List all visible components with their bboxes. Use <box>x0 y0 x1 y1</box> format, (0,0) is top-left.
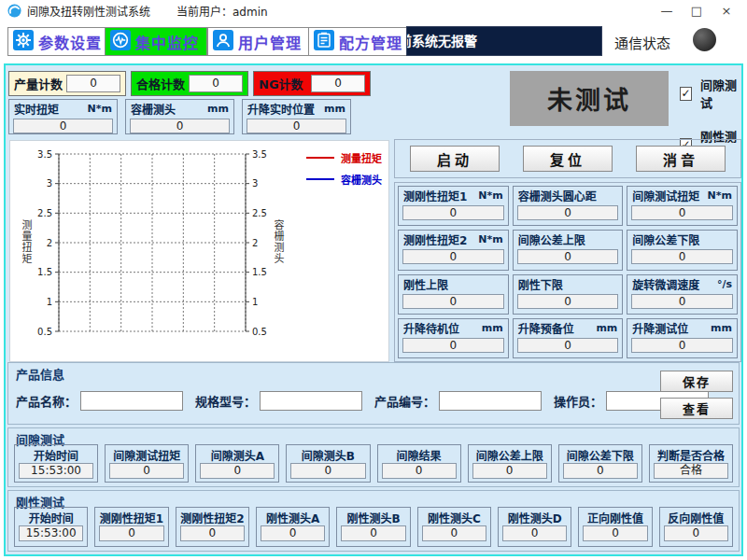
close-button[interactable]: × <box>712 4 741 18</box>
parameter-value-box[interactable]: 0 <box>517 249 619 264</box>
result-value: 0 <box>341 525 405 541</box>
checkbox[interactable]: ✓ <box>680 87 692 101</box>
counter-label: 合格计数 <box>136 75 185 92</box>
parameter-label: 容栅测头圆心距 <box>518 188 597 203</box>
result-label: 间隙公差上限 <box>469 445 551 462</box>
result-label: 开始时间 <box>15 508 87 525</box>
product-field-input[interactable] <box>80 391 183 411</box>
parameter-value-box[interactable]: 0 <box>631 205 733 220</box>
monitor-icon <box>110 30 131 53</box>
result-value: 0 <box>382 463 457 479</box>
parameter-unit: °/s <box>717 278 732 290</box>
parameter-label: 升降预备位 <box>518 320 574 336</box>
product-field-input[interactable] <box>439 391 542 411</box>
current-user-label: 当前用户：admin <box>176 3 268 19</box>
result-field: 间隙测头B 0 <box>286 444 370 483</box>
parameter-field: 间隙公差上限 0 <box>513 230 624 270</box>
result-label: 测刚性扭矩2 <box>176 508 248 525</box>
toolbar-button-label: 配方管理 <box>339 31 402 53</box>
result-label: 间隙测头B <box>287 445 369 462</box>
parameter-label: 测刚性扭矩2 <box>403 231 467 247</box>
save-button[interactable]: 保存 <box>660 371 733 392</box>
result-label: 间隙测试扭矩 <box>106 445 188 462</box>
result-label: 刚性测头D <box>499 508 571 525</box>
toolbar-button-recipe-management[interactable]: 配方管理 <box>308 27 411 56</box>
parameter-value-box[interactable]: 0 <box>631 249 733 264</box>
field-unit: mm <box>207 103 229 115</box>
result-field: 间隙公差下限 0 <box>558 444 642 483</box>
mute-button[interactable]: 消音 <box>636 146 726 172</box>
parameter-field: 容栅测头圆心距 0 <box>513 186 624 226</box>
title-bar: 间隙及扭转刚性测试系统 当前用户：admin — □ × <box>0 0 747 21</box>
view-button[interactable]: 查看 <box>660 398 733 419</box>
toolbar-button-label: 集中监控 <box>135 31 199 53</box>
parameter-value-box[interactable]: 0 <box>517 294 619 309</box>
parameter-unit: N*m <box>708 189 732 202</box>
parameter-value-box[interactable]: 0 <box>631 338 733 353</box>
parameter-label: 刚性上限 <box>403 276 448 292</box>
legend-item: 测量扭矩 <box>306 150 382 165</box>
result-field: 间隙公差上限 0 <box>468 444 552 483</box>
result-field: 刚性测头B 0 <box>336 507 410 547</box>
lift-position-field: 升降实时位置mm 0 <box>242 99 351 134</box>
toolbar-button-label: 用户管理 <box>238 31 302 53</box>
product-field-label: 产品名称： <box>16 392 77 410</box>
parameter-unit: N*m <box>478 189 502 202</box>
minimize-button[interactable]: — <box>652 4 682 18</box>
gear-icon <box>13 30 34 53</box>
toolbar-button-user-management[interactable]: 用户管理 <box>207 27 310 56</box>
result-value: 0 <box>422 525 486 541</box>
svg-text:2.5: 2.5 <box>37 208 52 218</box>
chart-legend: 测量扭矩 容栅测头 <box>306 150 382 187</box>
result-value: 0 <box>664 525 728 541</box>
parameter-label: 升降测试位 <box>632 320 688 336</box>
product-field-label: 操作员： <box>554 392 602 410</box>
counter-label: 产量计数 <box>14 75 63 92</box>
toolbar-button-label: 参数设置 <box>38 31 102 53</box>
start-button[interactable]: 启动 <box>410 146 500 172</box>
legend-item: 容栅测头 <box>306 172 382 187</box>
svg-text:1.5: 1.5 <box>252 267 267 277</box>
user-icon <box>213 30 233 53</box>
result-label: 间隙公差下限 <box>559 445 641 462</box>
field-label: 升降实时位置 <box>247 101 315 117</box>
result-value: 0 <box>563 463 638 479</box>
svg-text:0.5: 0.5 <box>252 327 267 337</box>
parameter-value-box[interactable]: 0 <box>517 205 619 220</box>
grating-probe-field: 容栅测头mm 0 <box>125 99 234 134</box>
action-button-panel: 启动 复位 消音 <box>394 139 741 178</box>
parameter-value-box[interactable]: 0 <box>517 338 619 353</box>
field-unit: N*m <box>88 103 112 115</box>
field-value: 0 <box>247 119 346 133</box>
product-info-section: 产品信息 产品名称： 规格型号： 产品编号： 操作员 <box>7 362 740 425</box>
parameter-label: 刚性下限 <box>518 276 563 292</box>
legend-label: 容栅测头 <box>341 172 382 187</box>
parameter-field: 升降预备位mm 0 <box>513 318 624 358</box>
svg-text:3: 3 <box>47 178 52 189</box>
result-field: 开始时间 15:53:00 <box>14 507 88 547</box>
parameter-label: 旋转微调速度 <box>632 276 699 292</box>
reset-button[interactable]: 复位 <box>523 146 613 172</box>
toolbar-button-parameter-settings[interactable]: 参数设置 <box>7 27 110 56</box>
result-label: 刚性测头C <box>418 508 490 525</box>
ng-counter: NG计数 0 <box>253 71 371 96</box>
parameter-value-box[interactable]: 0 <box>402 205 504 220</box>
parameter-value-box[interactable]: 0 <box>402 249 504 264</box>
parameter-value-box[interactable]: 0 <box>631 294 733 309</box>
product-field-label: 产品编号： <box>374 392 435 410</box>
rigidity-test-section: 刚性测试 开始时间 15:53:00 测刚性扭矩1 0 测刚性扭矩2 0 <box>7 490 740 552</box>
parameter-unit: mm <box>482 322 503 334</box>
field-unit: mm <box>324 103 345 115</box>
parameter-unit: mm <box>596 322 617 334</box>
product-field-input[interactable] <box>260 391 362 411</box>
maximize-button[interactable]: □ <box>682 4 712 18</box>
parameter-value-box[interactable]: 0 <box>402 338 504 353</box>
legend-line-swatch <box>306 157 334 159</box>
comm-status-indicator <box>693 28 716 51</box>
production-counter: 产量计数 0 <box>8 71 126 96</box>
result-value: 0 <box>583 525 647 541</box>
legend-line-swatch <box>306 178 334 180</box>
parameter-value-box[interactable]: 0 <box>402 294 504 309</box>
toolbar-button-central-monitoring[interactable]: 集中监控 <box>105 27 207 56</box>
result-field: 刚性测头D 0 <box>498 507 571 547</box>
